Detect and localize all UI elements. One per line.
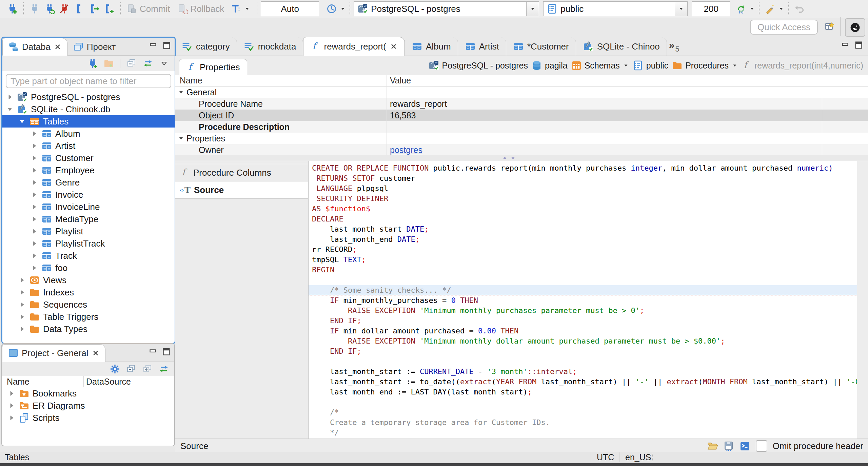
chevron-right-icon[interactable] xyxy=(6,93,14,101)
nav-item-foo[interactable]: foo xyxy=(2,262,175,274)
dropdown-caret-icon[interactable] xyxy=(778,5,785,12)
minimize-icon[interactable] xyxy=(840,40,850,50)
breadcrumb-item-schemas[interactable]: Schemas xyxy=(571,60,629,71)
collapse-all-button[interactable] xyxy=(126,58,137,69)
breadcrumb-item-public[interactable]: public xyxy=(633,60,668,71)
dropdown-caret-icon[interactable] xyxy=(749,5,755,12)
row-limit-input[interactable]: 200 xyxy=(692,1,730,16)
object-filter-input[interactable]: Type part of object name to filter xyxy=(6,74,171,88)
column-header-name[interactable]: Name xyxy=(7,377,29,387)
chevron-right-icon[interactable] xyxy=(18,325,26,333)
chevron-right-icon[interactable] xyxy=(30,203,38,211)
quick-access-input[interactable]: Quick Access xyxy=(750,20,818,35)
chevron-right-icon[interactable] xyxy=(30,228,38,235)
editor-tab-artist[interactable]: Artist xyxy=(458,37,506,56)
nav-item-postgresql-postgres[interactable]: PostgreSQL - postgres xyxy=(2,91,175,103)
editor-tab-mockdata[interactable]: mockdata xyxy=(237,37,303,56)
reconnect-button[interactable] xyxy=(42,1,57,17)
project-item-scripts[interactable]: Scripts xyxy=(2,412,174,424)
chevron-right-icon[interactable] xyxy=(18,289,26,296)
nav-item-artist[interactable]: Artist xyxy=(2,140,175,152)
editor-tab-album[interactable]: Album xyxy=(405,37,458,56)
chevron-right-icon[interactable] xyxy=(7,390,16,397)
rollback-button[interactable] xyxy=(175,1,190,17)
tab-properties[interactable]: f Properties xyxy=(179,59,247,75)
splitter-down-icon[interactable] xyxy=(511,156,515,160)
connect-button[interactable] xyxy=(27,1,42,17)
project-settings-button[interactable] xyxy=(109,363,121,375)
dbeaver-perspective-button[interactable] xyxy=(845,18,865,37)
dropdown-caret-icon[interactable] xyxy=(244,5,251,12)
source-code-editor[interactable]: CREATE OR REPLACE FUNCTION public.reward… xyxy=(309,161,868,439)
chevron-right-icon[interactable] xyxy=(7,414,16,422)
expand-all-button[interactable] xyxy=(142,363,153,375)
connection-combo-arrow[interactable] xyxy=(526,2,539,16)
minimize-icon[interactable] xyxy=(148,347,158,357)
property-row-procedure-name[interactable]: Procedure Namerewards_report xyxy=(175,98,868,110)
chevron-right-icon[interactable] xyxy=(30,167,38,174)
dropdown-caret-icon[interactable] xyxy=(339,5,346,12)
nav-item-indexes[interactable]: Indexes xyxy=(2,286,175,298)
chevron-right-icon[interactable] xyxy=(30,179,38,186)
editor-tab-sqlite-chinoo[interactable]: SQLite - Chinoo xyxy=(576,37,667,56)
auto-commit-combo[interactable]: Auto xyxy=(261,1,319,16)
locale-indicator[interactable]: en_US xyxy=(625,452,651,462)
nav-item-sequences[interactable]: Sequences xyxy=(2,298,175,311)
caret-down-icon[interactable] xyxy=(731,62,738,69)
chevron-right-icon[interactable] xyxy=(30,191,38,198)
group-collapse-icon[interactable] xyxy=(178,135,184,142)
editor-tab-customer[interactable]: *Customer xyxy=(506,37,576,56)
chevron-right-icon[interactable] xyxy=(30,215,38,223)
project-item-er-diagrams[interactable]: ER Diagrams xyxy=(2,400,174,412)
nav-item-views[interactable]: Views xyxy=(2,274,175,286)
nav-item-invoice[interactable]: Invoice xyxy=(2,189,175,201)
new-folder-button[interactable] xyxy=(103,58,115,69)
chevron-right-icon[interactable] xyxy=(30,252,38,259)
nav-item-sqlite-chinook-db[interactable]: SQLite - Chinook.db xyxy=(2,103,175,115)
link-editor-button[interactable] xyxy=(142,58,154,69)
chevron-right-icon[interactable] xyxy=(30,240,38,247)
new-sql-editor-button[interactable] xyxy=(102,1,117,17)
new-connection-small-button[interactable] xyxy=(87,58,98,69)
load-from-file-icon[interactable] xyxy=(707,441,718,451)
chevron-right-icon[interactable] xyxy=(30,142,38,150)
close-icon[interactable] xyxy=(92,349,100,357)
breadcrumb-item-procedures[interactable]: Procedures xyxy=(672,60,738,71)
collapse-all-button[interactable] xyxy=(125,363,137,375)
new-connection-button[interactable] xyxy=(5,1,20,17)
open-in-sql-console-icon[interactable] xyxy=(739,441,750,451)
tab-projects[interactable]: Проект xyxy=(67,38,121,55)
chevron-right-icon[interactable] xyxy=(18,313,26,321)
property-row-general[interactable]: General xyxy=(175,86,868,98)
timezone-indicator[interactable]: UTC xyxy=(597,452,614,462)
view-menu-button[interactable] xyxy=(158,58,170,69)
chevron-right-icon[interactable] xyxy=(7,402,16,409)
open-perspective-button[interactable] xyxy=(822,19,837,35)
column-header-value[interactable]: Value xyxy=(390,76,411,85)
column-header-name[interactable]: Name xyxy=(180,76,202,85)
omit-procedure-header-checkbox[interactable] xyxy=(756,440,767,452)
nav-item-playlist[interactable]: Playlist xyxy=(2,225,175,237)
commit-button[interactable] xyxy=(124,1,139,17)
side-tab-source[interactable]: ‹›TSource xyxy=(175,181,308,199)
breadcrumb-item-pagila[interactable]: pagila xyxy=(531,60,568,71)
property-row-owner[interactable]: Ownerpostgres xyxy=(175,144,868,156)
property-row-object-id[interactable]: Object ID16,583 xyxy=(175,110,868,121)
nav-item-tables[interactable]: Tables xyxy=(2,115,175,128)
chevron-right-icon[interactable] xyxy=(30,130,38,137)
tab-database-navigator[interactable]: Databa xyxy=(2,38,67,56)
connection-combo[interactable]: PostgreSQL - postgres xyxy=(354,1,539,16)
link-editor-button[interactable] xyxy=(158,363,170,375)
editor-tab-rewards-report[interactable]: frewards_report( xyxy=(303,37,405,56)
breadcrumb-item-rewards-report-int4-numeric[interactable]: frewards_report(int4,numeric) xyxy=(742,60,863,71)
nav-item-genre[interactable]: Genre xyxy=(2,176,175,189)
sql-editor-button[interactable] xyxy=(72,1,87,17)
chevron-right-icon[interactable] xyxy=(18,276,26,284)
editor-tab-category[interactable]: category xyxy=(175,37,237,56)
disconnect-button[interactable] xyxy=(57,1,72,17)
nav-item-table-triggers[interactable]: Table Triggers xyxy=(2,311,175,323)
nav-item-playlisttrack[interactable]: PlaylistTrack xyxy=(2,237,175,250)
omit-checkbox-label[interactable]: Omit procedure header xyxy=(773,441,863,451)
splitter-up-icon[interactable] xyxy=(502,156,507,160)
horizontal-splitter[interactable] xyxy=(175,155,868,161)
